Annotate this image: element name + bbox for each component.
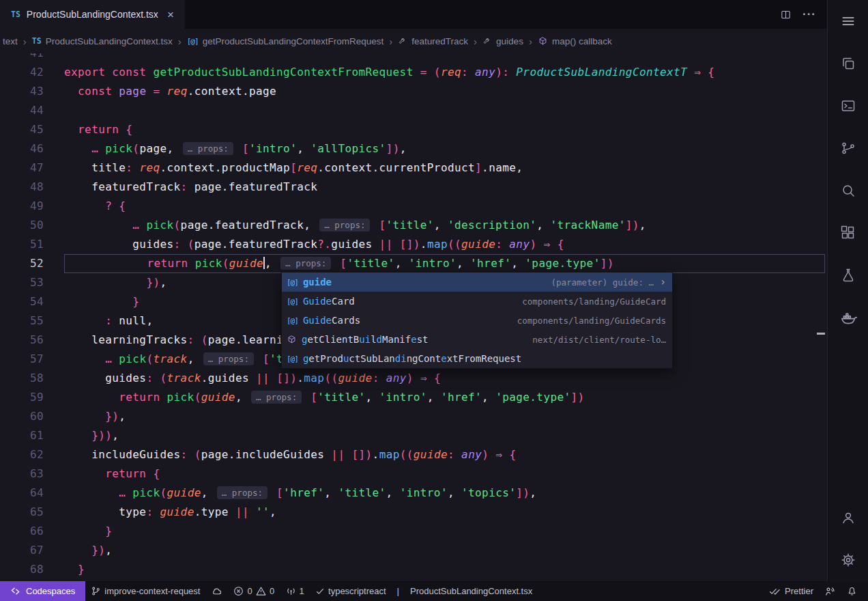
vscode-window: TS ProductSubLandingContext.tsx × ··· te… [0,0,868,601]
suggestion-item[interactable]: [@]getProductSubLandingContextFromReques… [282,349,672,368]
line-content: }), [64,541,827,560]
suggestion-item[interactable]: [@]GuideCardscomponents/landing/GuideCar… [282,311,672,330]
activity-bar [827,0,868,581]
split-editor-icon[interactable] [780,9,792,20]
suggestion-item[interactable]: [@]guide(parameter) guide: …› [282,272,672,292]
suggestion-detail: components/landing/GuideCards [508,316,666,326]
code-line[interactable]: 59 return pick(guide, … props: ['title',… [0,388,827,407]
activity-search-button[interactable] [828,169,868,212]
line-number: 53 [0,273,44,292]
activity-source-control-button[interactable] [828,127,868,169]
line-content: guides: (track.guides || []).map((guide:… [64,369,827,388]
scrollbar-marker[interactable] [817,333,825,335]
line-content: guides: (page.featuredTrack?.guides || [… [64,235,827,254]
code-line[interactable]: 60 }), [0,407,827,426]
broadcast-indicator[interactable]: 1 [280,581,310,601]
branch-indicator[interactable]: improve-context-request [85,581,205,601]
code-line[interactable]: 46 … pick(page, … props: ['intro', 'allT… [0,139,827,158]
suggestion-item[interactable]: getClientBuildManifestnext/dist/client/r… [282,330,672,349]
warning-count: 0 [270,586,275,596]
typescript-file-icon: TS [11,10,20,19]
code-line[interactable]: 64 … pick(guide, … props: ['href', 'titl… [0,484,827,503]
activity-docker-button[interactable] [828,296,868,339]
status-divider: | [392,581,405,601]
line-number: 69 [0,579,44,581]
tab-productsublandingcontext[interactable]: TS ProductSubLandingContext.tsx × [0,0,185,29]
line-content: }), [64,407,827,426]
status-bar: Codespaces improve-context-request 0 0 1… [0,581,868,601]
activity-copy-button[interactable] [828,42,868,85]
bell-icon [847,586,857,596]
suggestion-label: guide [303,277,332,288]
line-content [64,53,827,63]
breadcrumb-item[interactable]: TSProductSubLandingContext.tsx [32,36,173,46]
breadcrumb-separator-icon: › [178,36,182,47]
line-number: 49 [0,197,44,216]
code-line[interactable]: 62 includeGuides: (page.includeGuides ||… [0,445,827,464]
broadcast-count: 1 [300,586,305,596]
activity-menu-button[interactable] [828,0,868,42]
close-tab-icon[interactable]: × [167,9,174,20]
breadcrumb-item[interactable]: guides [482,36,523,46]
breadcrumb-item[interactable]: featuredTrack [398,36,468,46]
activity-terminal-button[interactable] [828,85,868,127]
code-line[interactable]: 51 guides: (page.featuredTrack?.guides |… [0,235,827,254]
sync-button[interactable] [205,581,228,601]
code-line[interactable]: 67 }), [0,541,827,560]
line-number: 62 [0,445,44,464]
code-line[interactable]: 42export const getProductSubLandingConte… [0,63,827,82]
suggestion-expand-icon[interactable]: › [660,276,666,288]
code-line[interactable]: 63 return { [0,464,827,484]
breadcrumb-item[interactable]: [@]getProductSubLandingContextFromReques… [187,36,384,46]
problems-indicator[interactable]: 0 0 [228,581,280,601]
line-number: 68 [0,560,44,579]
active-file-indicator[interactable]: ProductSubLandingContext.tsx [405,581,538,601]
code-line[interactable]: 65 type: guide.type || '', [0,503,827,522]
account-icon [840,509,856,526]
error-count: 0 [247,586,252,596]
source-control-icon [840,140,856,156]
breadcrumb-item[interactable]: map() callback [538,36,612,46]
code-line[interactable]: 61 })), [0,426,827,445]
code-line[interactable]: 48 featuredTrack: page.featuredTrack [0,178,827,197]
live-share-button[interactable] [819,581,841,601]
language-mode[interactable]: typescriptreact [310,581,392,601]
breadcrumb-separator-icon: › [389,36,392,47]
breadcrumb-item[interactable]: text [3,36,18,46]
menu-icon [841,14,856,29]
code-line[interactable]: 52 return pick(guide, … props: ['title',… [0,254,827,273]
code-editor[interactable]: 4142export const getProductSubLandingCon… [0,53,827,581]
code-line[interactable]: 66 } [0,522,827,541]
code-line[interactable]: 68 } [0,560,827,579]
line-number: 65 [0,503,44,522]
activity-account-button[interactable] [828,497,868,539]
suggestion-item[interactable]: [@]GuideCardcomponents/landing/GuideCard [282,292,672,311]
broadcast-icon [286,586,296,596]
codespaces-label: Codespaces [26,586,75,596]
line-number: 45 [0,120,44,139]
activity-settings-button[interactable] [828,539,868,581]
extensions-icon [840,225,856,241]
suggestion-detail: (parameter) guide: … [541,277,654,288]
code-line[interactable]: 58 guides: (track.guides || []).map((gui… [0,369,827,388]
line-number: 59 [0,388,44,407]
activity-beaker-button[interactable] [828,254,868,296]
ts-icon: TS [32,36,42,46]
code-line[interactable]: 50 … pick(page.featuredTrack, … props: [… [0,216,827,235]
breadcrumb-separator-icon: › [474,36,477,47]
more-actions-icon[interactable]: ··· [802,8,816,21]
breadcrumb-separator-icon: › [23,36,27,47]
notifications-button[interactable] [841,581,863,601]
code-line[interactable]: 43 const page = req.context.page [0,82,827,101]
code-line[interactable]: 47 title: req.context.productMap[req.con… [0,158,827,178]
activity-extensions-button[interactable] [828,212,868,254]
codespaces-indicator[interactable]: Codespaces [0,581,85,601]
code-line[interactable]: 69} [0,579,827,581]
inlay-hint: … props: [280,257,331,270]
code-line[interactable]: 49 ? { [0,197,827,216]
formatter-indicator[interactable]: Prettier [763,581,819,601]
code-line[interactable]: 44 [0,101,827,120]
code-line[interactable]: 41 [0,53,827,63]
line-number: 60 [0,407,44,426]
code-line[interactable]: 45 return { [0,120,827,139]
